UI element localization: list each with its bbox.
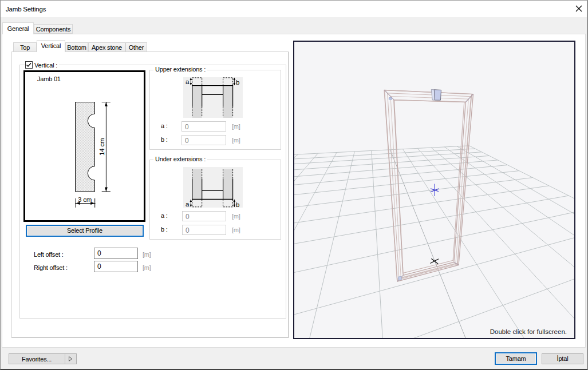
svg-text:b: b (236, 201, 239, 208)
svg-text:b: b (236, 79, 239, 86)
svg-text:a: a (186, 78, 190, 85)
svg-text:3 cm: 3 cm (78, 196, 92, 203)
svg-text:14 cm: 14 cm (98, 138, 105, 156)
svg-text:a: a (186, 201, 190, 208)
